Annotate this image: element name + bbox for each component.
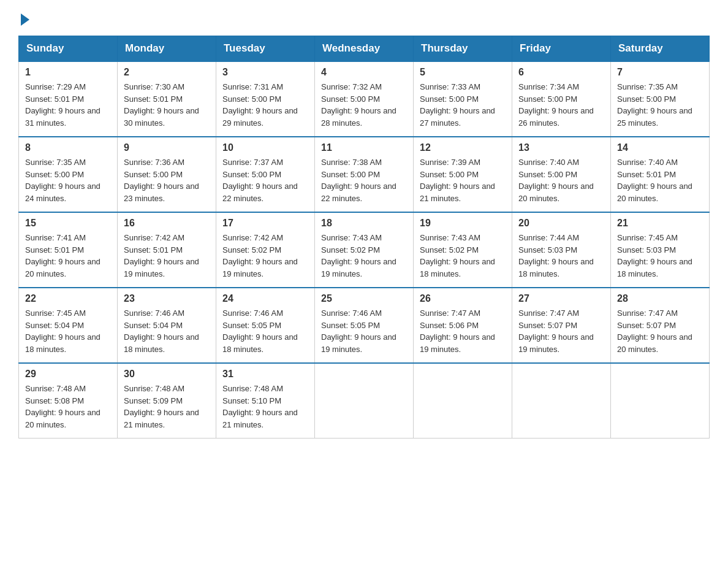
day-number: 5: [420, 67, 506, 78]
day-number: 23: [124, 293, 210, 304]
sunrise-label: Sunrise: 7:47 AM: [617, 308, 678, 318]
day-info: Sunrise: 7:45 AM Sunset: 5:03 PM Dayligh…: [617, 232, 703, 280]
daylight-label: Daylight: 9 hours and 22 minutes.: [321, 182, 396, 203]
calendar-day-cell: 4 Sunrise: 7:32 AM Sunset: 5:00 PM Dayli…: [315, 61, 414, 137]
daylight-label: Daylight: 9 hours and 19 minutes.: [124, 257, 199, 278]
day-info: Sunrise: 7:46 AM Sunset: 5:04 PM Dayligh…: [124, 307, 210, 355]
sunset-label: Sunset: 5:04 PM: [25, 321, 84, 330]
sunset-label: Sunset: 5:00 PM: [321, 170, 380, 179]
day-of-week-header: Monday: [118, 36, 216, 62]
sunrise-label: Sunrise: 7:35 AM: [25, 158, 86, 167]
day-of-week-header: Friday: [512, 36, 611, 62]
sunset-label: Sunset: 5:01 PM: [124, 94, 183, 104]
calendar-day-cell: 27 Sunrise: 7:47 AM Sunset: 5:07 PM Dayl…: [512, 288, 611, 363]
sunrise-label: Sunrise: 7:31 AM: [222, 82, 283, 91]
day-info: Sunrise: 7:36 AM Sunset: 5:00 PM Dayligh…: [124, 156, 210, 204]
daylight-label: Daylight: 9 hours and 20 minutes.: [25, 408, 100, 429]
day-info: Sunrise: 7:43 AM Sunset: 5:02 PM Dayligh…: [321, 232, 407, 280]
day-of-week-header: Thursday: [414, 36, 512, 62]
calendar-day-cell: 1 Sunrise: 7:29 AM Sunset: 5:01 PM Dayli…: [19, 61, 118, 137]
day-number: 11: [321, 142, 407, 153]
sunrise-label: Sunrise: 7:47 AM: [420, 308, 480, 318]
sunset-label: Sunset: 5:01 PM: [617, 170, 676, 179]
sunset-label: Sunset: 5:00 PM: [25, 170, 84, 179]
sunrise-label: Sunrise: 7:40 AM: [617, 158, 678, 167]
calendar-day-cell: 21 Sunrise: 7:45 AM Sunset: 5:03 PM Dayl…: [611, 212, 710, 288]
calendar-week-row: 1 Sunrise: 7:29 AM Sunset: 5:01 PM Dayli…: [19, 61, 710, 137]
day-of-week-header: Sunday: [19, 36, 118, 62]
sunset-label: Sunset: 5:03 PM: [518, 245, 577, 255]
sunset-label: Sunset: 5:05 PM: [321, 321, 380, 330]
sunset-label: Sunset: 5:09 PM: [124, 396, 183, 405]
calendar-body: 1 Sunrise: 7:29 AM Sunset: 5:01 PM Dayli…: [19, 61, 710, 439]
sunset-label: Sunset: 5:01 PM: [25, 94, 84, 104]
calendar-day-cell: 17 Sunrise: 7:42 AM Sunset: 5:02 PM Dayl…: [216, 212, 315, 288]
day-info: Sunrise: 7:47 AM Sunset: 5:07 PM Dayligh…: [617, 307, 703, 355]
calendar-day-cell: [315, 363, 414, 439]
sunrise-label: Sunrise: 7:43 AM: [321, 233, 382, 242]
day-number: 14: [617, 142, 703, 153]
calendar-day-cell: 22 Sunrise: 7:45 AM Sunset: 5:04 PM Dayl…: [19, 288, 118, 363]
day-info: Sunrise: 7:35 AM Sunset: 5:00 PM Dayligh…: [617, 81, 703, 129]
sunrise-label: Sunrise: 7:43 AM: [420, 233, 480, 242]
day-number: 10: [222, 142, 308, 153]
days-of-week-row: SundayMondayTuesdayWednesdayThursdayFrid…: [19, 36, 710, 62]
sunset-label: Sunset: 5:02 PM: [420, 245, 479, 255]
calendar-day-cell: 14 Sunrise: 7:40 AM Sunset: 5:01 PM Dayl…: [611, 137, 710, 212]
sunrise-label: Sunrise: 7:46 AM: [124, 308, 184, 318]
sunrise-label: Sunrise: 7:48 AM: [222, 384, 283, 393]
calendar-day-cell: 30 Sunrise: 7:48 AM Sunset: 5:09 PM Dayl…: [118, 363, 216, 439]
day-number: 28: [617, 293, 703, 304]
sunset-label: Sunset: 5:01 PM: [25, 245, 84, 255]
calendar-day-cell: 15 Sunrise: 7:41 AM Sunset: 5:01 PM Dayl…: [19, 212, 118, 288]
calendar-day-cell: 11 Sunrise: 7:38 AM Sunset: 5:00 PM Dayl…: [315, 137, 414, 212]
day-number: 2: [124, 67, 210, 78]
sunset-label: Sunset: 5:06 PM: [420, 321, 479, 330]
day-number: 4: [321, 67, 407, 78]
calendar-day-cell: 29 Sunrise: 7:48 AM Sunset: 5:08 PM Dayl…: [19, 363, 118, 439]
daylight-label: Daylight: 9 hours and 28 minutes.: [321, 106, 396, 128]
day-info: Sunrise: 7:45 AM Sunset: 5:04 PM Dayligh…: [25, 307, 111, 355]
day-number: 22: [25, 293, 111, 304]
calendar-day-cell: 6 Sunrise: 7:34 AM Sunset: 5:00 PM Dayli…: [512, 61, 611, 137]
day-number: 12: [420, 142, 506, 153]
daylight-label: Daylight: 9 hours and 18 minutes.: [420, 257, 495, 278]
day-number: 13: [518, 142, 604, 153]
sunset-label: Sunset: 5:02 PM: [321, 245, 380, 255]
day-number: 7: [617, 67, 703, 78]
day-number: 19: [420, 218, 506, 229]
daylight-label: Daylight: 9 hours and 20 minutes.: [25, 257, 100, 278]
daylight-label: Daylight: 9 hours and 19 minutes.: [420, 332, 495, 354]
day-info: Sunrise: 7:42 AM Sunset: 5:01 PM Dayligh…: [124, 232, 210, 280]
calendar-day-cell: 20 Sunrise: 7:44 AM Sunset: 5:03 PM Dayl…: [512, 212, 611, 288]
day-number: 29: [25, 369, 111, 380]
day-number: 1: [25, 67, 111, 78]
day-info: Sunrise: 7:33 AM Sunset: 5:00 PM Dayligh…: [420, 81, 506, 129]
daylight-label: Daylight: 9 hours and 19 minutes.: [518, 332, 594, 354]
calendar-day-cell: 23 Sunrise: 7:46 AM Sunset: 5:04 PM Dayl…: [118, 288, 216, 363]
calendar-day-cell: 5 Sunrise: 7:33 AM Sunset: 5:00 PM Dayli…: [414, 61, 512, 137]
day-info: Sunrise: 7:38 AM Sunset: 5:00 PM Dayligh…: [321, 156, 407, 204]
day-of-week-header: Saturday: [611, 36, 710, 62]
day-info: Sunrise: 7:46 AM Sunset: 5:05 PM Dayligh…: [321, 307, 407, 355]
day-number: 20: [518, 218, 604, 229]
sunrise-label: Sunrise: 7:37 AM: [222, 158, 283, 167]
calendar-day-cell: 3 Sunrise: 7:31 AM Sunset: 5:00 PM Dayli…: [216, 61, 315, 137]
daylight-label: Daylight: 9 hours and 18 minutes.: [25, 332, 100, 354]
sunrise-label: Sunrise: 7:46 AM: [321, 308, 382, 318]
daylight-label: Daylight: 9 hours and 30 minutes.: [124, 106, 199, 128]
sunset-label: Sunset: 5:00 PM: [518, 170, 577, 179]
sunset-label: Sunset: 5:05 PM: [222, 321, 281, 330]
daylight-label: Daylight: 9 hours and 21 minutes.: [124, 408, 199, 429]
sunset-label: Sunset: 5:03 PM: [617, 245, 676, 255]
sunrise-label: Sunrise: 7:46 AM: [222, 308, 283, 318]
sunrise-label: Sunrise: 7:33 AM: [420, 82, 480, 91]
daylight-label: Daylight: 9 hours and 29 minutes.: [222, 106, 298, 128]
daylight-label: Daylight: 9 hours and 18 minutes.: [124, 332, 199, 354]
day-of-week-header: Tuesday: [216, 36, 315, 62]
day-info: Sunrise: 7:48 AM Sunset: 5:08 PM Dayligh…: [25, 383, 111, 431]
sunset-label: Sunset: 5:07 PM: [617, 321, 676, 330]
day-info: Sunrise: 7:48 AM Sunset: 5:10 PM Dayligh…: [222, 383, 308, 431]
sunrise-label: Sunrise: 7:45 AM: [25, 308, 86, 318]
day-info: Sunrise: 7:42 AM Sunset: 5:02 PM Dayligh…: [222, 232, 308, 280]
